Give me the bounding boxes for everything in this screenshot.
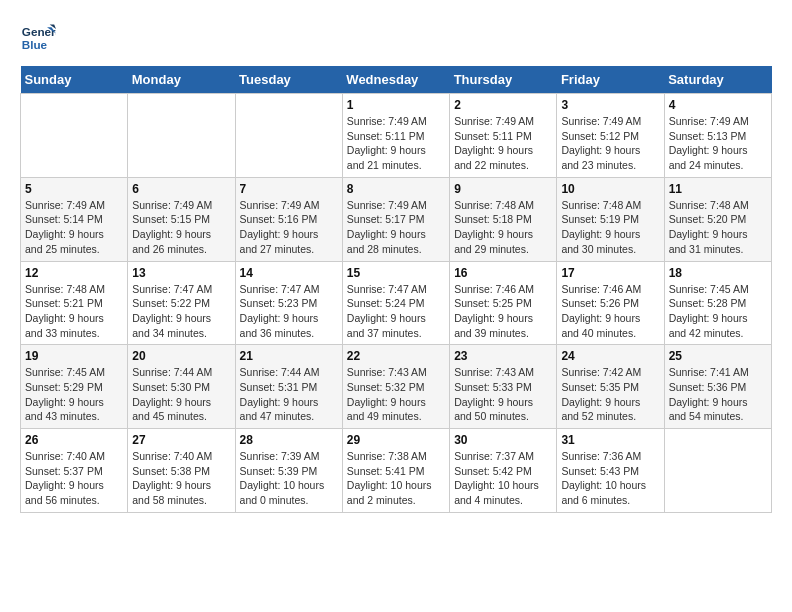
weekday-header-monday: Monday	[128, 66, 235, 94]
day-number: 23	[454, 349, 552, 363]
calendar-cell: 2Sunrise: 7:49 AM Sunset: 5:11 PM Daylig…	[450, 94, 557, 178]
day-info: Sunrise: 7:48 AM Sunset: 5:21 PM Dayligh…	[25, 282, 123, 341]
day-number: 16	[454, 266, 552, 280]
day-number: 12	[25, 266, 123, 280]
calendar-cell: 25Sunrise: 7:41 AM Sunset: 5:36 PM Dayli…	[664, 345, 771, 429]
calendar-cell: 19Sunrise: 7:45 AM Sunset: 5:29 PM Dayli…	[21, 345, 128, 429]
day-info: Sunrise: 7:49 AM Sunset: 5:14 PM Dayligh…	[25, 198, 123, 257]
calendar-cell	[21, 94, 128, 178]
day-number: 20	[132, 349, 230, 363]
logo-icon: General Blue	[20, 20, 56, 56]
day-number: 21	[240, 349, 338, 363]
calendar-cell: 29Sunrise: 7:38 AM Sunset: 5:41 PM Dayli…	[342, 429, 449, 513]
day-info: Sunrise: 7:48 AM Sunset: 5:20 PM Dayligh…	[669, 198, 767, 257]
calendar-cell: 31Sunrise: 7:36 AM Sunset: 5:43 PM Dayli…	[557, 429, 664, 513]
svg-text:Blue: Blue	[22, 38, 48, 51]
day-info: Sunrise: 7:47 AM Sunset: 5:23 PM Dayligh…	[240, 282, 338, 341]
weekday-header-row: SundayMondayTuesdayWednesdayThursdayFrid…	[21, 66, 772, 94]
day-number: 27	[132, 433, 230, 447]
calendar-cell: 21Sunrise: 7:44 AM Sunset: 5:31 PM Dayli…	[235, 345, 342, 429]
calendar-cell: 23Sunrise: 7:43 AM Sunset: 5:33 PM Dayli…	[450, 345, 557, 429]
calendar-cell: 12Sunrise: 7:48 AM Sunset: 5:21 PM Dayli…	[21, 261, 128, 345]
calendar-cell: 24Sunrise: 7:42 AM Sunset: 5:35 PM Dayli…	[557, 345, 664, 429]
calendar-cell: 22Sunrise: 7:43 AM Sunset: 5:32 PM Dayli…	[342, 345, 449, 429]
calendar-cell: 11Sunrise: 7:48 AM Sunset: 5:20 PM Dayli…	[664, 177, 771, 261]
day-info: Sunrise: 7:40 AM Sunset: 5:38 PM Dayligh…	[132, 449, 230, 508]
day-info: Sunrise: 7:45 AM Sunset: 5:29 PM Dayligh…	[25, 365, 123, 424]
day-info: Sunrise: 7:49 AM Sunset: 5:13 PM Dayligh…	[669, 114, 767, 173]
day-number: 24	[561, 349, 659, 363]
day-info: Sunrise: 7:43 AM Sunset: 5:32 PM Dayligh…	[347, 365, 445, 424]
weekday-header-friday: Friday	[557, 66, 664, 94]
day-number: 18	[669, 266, 767, 280]
day-info: Sunrise: 7:44 AM Sunset: 5:30 PM Dayligh…	[132, 365, 230, 424]
calendar-week-row: 26Sunrise: 7:40 AM Sunset: 5:37 PM Dayli…	[21, 429, 772, 513]
calendar-cell	[664, 429, 771, 513]
calendar-cell: 5Sunrise: 7:49 AM Sunset: 5:14 PM Daylig…	[21, 177, 128, 261]
day-info: Sunrise: 7:44 AM Sunset: 5:31 PM Dayligh…	[240, 365, 338, 424]
calendar-cell: 15Sunrise: 7:47 AM Sunset: 5:24 PM Dayli…	[342, 261, 449, 345]
day-number: 19	[25, 349, 123, 363]
day-info: Sunrise: 7:48 AM Sunset: 5:18 PM Dayligh…	[454, 198, 552, 257]
day-number: 3	[561, 98, 659, 112]
calendar-cell: 20Sunrise: 7:44 AM Sunset: 5:30 PM Dayli…	[128, 345, 235, 429]
calendar-cell: 28Sunrise: 7:39 AM Sunset: 5:39 PM Dayli…	[235, 429, 342, 513]
calendar-cell: 9Sunrise: 7:48 AM Sunset: 5:18 PM Daylig…	[450, 177, 557, 261]
calendar-cell: 8Sunrise: 7:49 AM Sunset: 5:17 PM Daylig…	[342, 177, 449, 261]
day-number: 4	[669, 98, 767, 112]
day-number: 7	[240, 182, 338, 196]
weekday-header-sunday: Sunday	[21, 66, 128, 94]
weekday-header-wednesday: Wednesday	[342, 66, 449, 94]
calendar-cell: 18Sunrise: 7:45 AM Sunset: 5:28 PM Dayli…	[664, 261, 771, 345]
day-info: Sunrise: 7:49 AM Sunset: 5:15 PM Dayligh…	[132, 198, 230, 257]
day-number: 6	[132, 182, 230, 196]
calendar-cell	[235, 94, 342, 178]
calendar-cell: 7Sunrise: 7:49 AM Sunset: 5:16 PM Daylig…	[235, 177, 342, 261]
day-number: 22	[347, 349, 445, 363]
day-info: Sunrise: 7:36 AM Sunset: 5:43 PM Dayligh…	[561, 449, 659, 508]
day-info: Sunrise: 7:47 AM Sunset: 5:22 PM Dayligh…	[132, 282, 230, 341]
day-number: 9	[454, 182, 552, 196]
calendar-cell: 4Sunrise: 7:49 AM Sunset: 5:13 PM Daylig…	[664, 94, 771, 178]
calendar-week-row: 1Sunrise: 7:49 AM Sunset: 5:11 PM Daylig…	[21, 94, 772, 178]
day-info: Sunrise: 7:47 AM Sunset: 5:24 PM Dayligh…	[347, 282, 445, 341]
weekday-header-tuesday: Tuesday	[235, 66, 342, 94]
day-number: 28	[240, 433, 338, 447]
day-number: 2	[454, 98, 552, 112]
calendar-week-row: 19Sunrise: 7:45 AM Sunset: 5:29 PM Dayli…	[21, 345, 772, 429]
header: General Blue	[20, 20, 772, 56]
day-number: 11	[669, 182, 767, 196]
day-number: 17	[561, 266, 659, 280]
calendar-week-row: 12Sunrise: 7:48 AM Sunset: 5:21 PM Dayli…	[21, 261, 772, 345]
logo: General Blue	[20, 20, 56, 56]
day-number: 13	[132, 266, 230, 280]
day-number: 26	[25, 433, 123, 447]
day-number: 29	[347, 433, 445, 447]
weekday-header-saturday: Saturday	[664, 66, 771, 94]
day-info: Sunrise: 7:40 AM Sunset: 5:37 PM Dayligh…	[25, 449, 123, 508]
day-number: 1	[347, 98, 445, 112]
day-info: Sunrise: 7:49 AM Sunset: 5:11 PM Dayligh…	[347, 114, 445, 173]
day-number: 30	[454, 433, 552, 447]
day-number: 15	[347, 266, 445, 280]
calendar-cell: 27Sunrise: 7:40 AM Sunset: 5:38 PM Dayli…	[128, 429, 235, 513]
calendar-cell: 3Sunrise: 7:49 AM Sunset: 5:12 PM Daylig…	[557, 94, 664, 178]
day-info: Sunrise: 7:46 AM Sunset: 5:25 PM Dayligh…	[454, 282, 552, 341]
day-info: Sunrise: 7:39 AM Sunset: 5:39 PM Dayligh…	[240, 449, 338, 508]
day-number: 14	[240, 266, 338, 280]
day-info: Sunrise: 7:49 AM Sunset: 5:17 PM Dayligh…	[347, 198, 445, 257]
day-info: Sunrise: 7:42 AM Sunset: 5:35 PM Dayligh…	[561, 365, 659, 424]
calendar-cell: 10Sunrise: 7:48 AM Sunset: 5:19 PM Dayli…	[557, 177, 664, 261]
day-info: Sunrise: 7:38 AM Sunset: 5:41 PM Dayligh…	[347, 449, 445, 508]
day-number: 5	[25, 182, 123, 196]
day-info: Sunrise: 7:49 AM Sunset: 5:11 PM Dayligh…	[454, 114, 552, 173]
calendar-table: SundayMondayTuesdayWednesdayThursdayFrid…	[20, 66, 772, 513]
day-info: Sunrise: 7:37 AM Sunset: 5:42 PM Dayligh…	[454, 449, 552, 508]
calendar-cell	[128, 94, 235, 178]
day-info: Sunrise: 7:41 AM Sunset: 5:36 PM Dayligh…	[669, 365, 767, 424]
calendar-cell: 16Sunrise: 7:46 AM Sunset: 5:25 PM Dayli…	[450, 261, 557, 345]
calendar-cell: 26Sunrise: 7:40 AM Sunset: 5:37 PM Dayli…	[21, 429, 128, 513]
calendar-cell: 30Sunrise: 7:37 AM Sunset: 5:42 PM Dayli…	[450, 429, 557, 513]
day-info: Sunrise: 7:48 AM Sunset: 5:19 PM Dayligh…	[561, 198, 659, 257]
day-number: 25	[669, 349, 767, 363]
